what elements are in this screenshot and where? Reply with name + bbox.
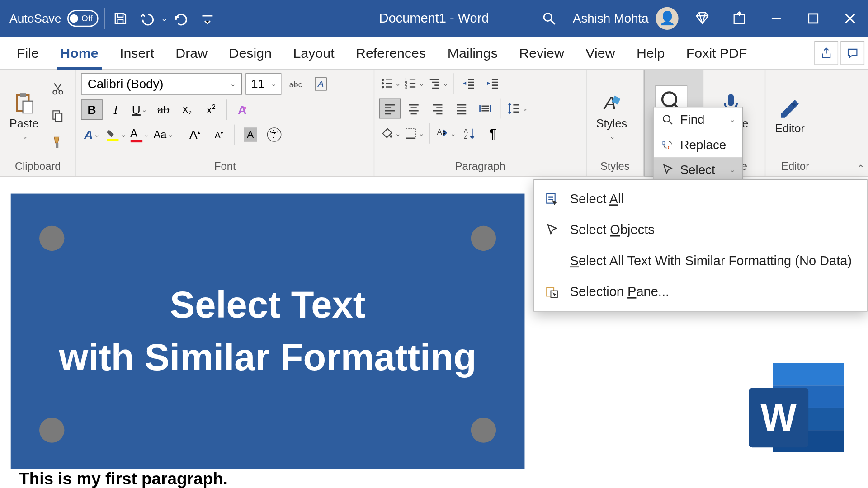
font-size-select[interactable]: 11⌄	[245, 73, 281, 94]
line-spacing-button[interactable]: ⌄	[506, 99, 528, 119]
titlebar: AutoSave Off ⌄ Document1 - Word Ashi	[0, 0, 868, 37]
distributed-button[interactable]	[475, 99, 496, 119]
tab-view[interactable]: View	[575, 37, 626, 69]
search-button[interactable]	[536, 5, 562, 32]
text-direction-button[interactable]: A⌄	[434, 123, 456, 144]
cut-button[interactable]	[47, 79, 68, 99]
format-painter-button[interactable]	[47, 132, 68, 153]
font-size-value: 11	[251, 77, 265, 91]
qat-customize[interactable]	[194, 5, 221, 32]
premium-button[interactable]	[689, 5, 715, 32]
justify-icon	[454, 101, 469, 116]
chevron-down-icon: ⌄	[609, 132, 615, 140]
find-menu-item[interactable]: Find ⌄	[654, 107, 742, 132]
tab-insert[interactable]: Insert	[109, 37, 165, 69]
select-all-item[interactable]: Select All	[534, 183, 867, 215]
copy-button[interactable]	[47, 105, 68, 126]
borders-button[interactable]: ⌄	[403, 123, 424, 144]
align-right-icon	[430, 101, 445, 116]
text-fill-button[interactable]: A⌄	[81, 125, 102, 145]
tab-home[interactable]: Home	[50, 37, 109, 69]
tab-review[interactable]: Review	[509, 37, 575, 69]
svg-line-1	[551, 20, 555, 24]
change-case-button[interactable]: Aa⌄	[153, 125, 174, 145]
search-icon	[661, 113, 674, 127]
autosave-toggle[interactable]: AutoSave Off	[0, 10, 102, 27]
italic-button[interactable]: I	[105, 99, 126, 120]
strikethrough-button[interactable]: ab	[153, 99, 174, 120]
tab-file[interactable]: File	[6, 37, 49, 69]
user-account[interactable]: Ashish Mohta 👤	[573, 7, 679, 30]
multilevel-button[interactable]: ⌄	[427, 73, 448, 94]
maximize-button[interactable]	[800, 5, 826, 32]
tab-references[interactable]: References	[345, 37, 437, 69]
tab-foxit[interactable]: Foxit PDF	[675, 37, 758, 69]
tab-draw[interactable]: Draw	[165, 37, 218, 69]
numbering-button[interactable]: 123⌄	[403, 73, 424, 94]
share-button[interactable]	[814, 41, 838, 65]
font-name-value: Calibri (Body)	[88, 77, 164, 91]
tab-design[interactable]: Design	[218, 37, 283, 69]
chevron-down-icon: ⌄	[121, 131, 126, 138]
headline-text: Select Text with Similar Formatting	[11, 278, 525, 384]
align-center-button[interactable]	[403, 99, 424, 119]
char-border-icon: A	[315, 77, 327, 90]
subscript-button[interactable]: x2	[176, 99, 198, 120]
bullets-button[interactable]: ⌄	[379, 73, 401, 94]
sort-button[interactable]: AZ	[458, 123, 480, 144]
word-logo: W	[749, 363, 844, 452]
document-shape[interactable]: Select Text with Similar Formatting	[11, 194, 525, 469]
align-left-button[interactable]	[379, 99, 401, 119]
underline-button[interactable]: U⌄	[129, 99, 150, 120]
styles-button[interactable]: A Styles ⌄	[591, 73, 632, 158]
superscript-button[interactable]: x2	[200, 99, 222, 120]
separator	[429, 123, 429, 144]
char-shading-button[interactable]: A	[240, 125, 261, 145]
shading-button[interactable]: ⌄	[379, 123, 401, 144]
app-mode-button[interactable]	[726, 5, 752, 32]
select-objects-item[interactable]: Select Objects	[534, 215, 867, 246]
line-spacing-icon	[506, 101, 521, 116]
align-right-button[interactable]	[427, 99, 448, 119]
collapse-ribbon-button[interactable]: ⌃	[857, 163, 864, 174]
character-border-button[interactable]: A	[310, 74, 331, 94]
group-paragraph: ⌄ 123⌄ ⌄ ⌄ ⌄ ⌄	[374, 70, 586, 176]
save-button[interactable]	[107, 5, 133, 32]
tab-layout[interactable]: Layout	[283, 37, 345, 69]
editor-button[interactable]: Editor	[770, 73, 810, 158]
select-similar-item[interactable]: Select All Text With Similar Formatting …	[534, 245, 867, 277]
svg-point-0	[544, 13, 552, 21]
replace-menu-item[interactable]: bc Replace	[654, 132, 742, 157]
comments-button[interactable]	[840, 41, 864, 65]
body-paragraph[interactable]: This is my first paragraph.	[19, 469, 228, 488]
grow-font-button[interactable]: A▴	[184, 125, 205, 145]
tab-help[interactable]: Help	[626, 37, 675, 69]
indent-button[interactable]	[482, 73, 504, 94]
shrink-font-button[interactable]: A▾	[208, 125, 229, 145]
chevron-down-icon: ⌄	[419, 130, 424, 137]
show-marks-button[interactable]: ¶	[482, 123, 504, 144]
undo-dropdown[interactable]: ⌄	[161, 14, 168, 23]
enclose-char-button[interactable]: 字	[264, 125, 285, 145]
font-name-select[interactable]: Calibri (Body)⌄	[81, 73, 242, 94]
redo-button[interactable]	[168, 5, 194, 32]
font-color-button[interactable]: A⌄	[129, 125, 150, 145]
clear-formatting-button[interactable]: ab̶c	[285, 74, 306, 94]
svg-text:A: A	[437, 127, 442, 136]
paste-button[interactable]: Paste ⌄	[5, 73, 43, 158]
text-effects-button[interactable]: A	[232, 99, 253, 120]
justify-button[interactable]	[451, 99, 472, 119]
close-button[interactable]	[837, 5, 863, 32]
outdent-button[interactable]	[458, 73, 480, 94]
selection-pane-item[interactable]: Selection Pane...	[534, 277, 867, 308]
highlight-button[interactable]: ⌄	[105, 125, 126, 145]
find-label: Find	[680, 113, 705, 127]
window-up-icon	[731, 11, 747, 26]
highlight-icon	[105, 127, 120, 142]
bold-button[interactable]: B	[81, 99, 102, 120]
minimize-button[interactable]	[763, 5, 789, 32]
tab-mailings[interactable]: Mailings	[437, 37, 509, 69]
select-menu-item[interactable]: Select ⌄	[654, 157, 742, 182]
undo-button[interactable]	[133, 5, 160, 32]
toggle-switch[interactable]: Off	[67, 10, 99, 27]
